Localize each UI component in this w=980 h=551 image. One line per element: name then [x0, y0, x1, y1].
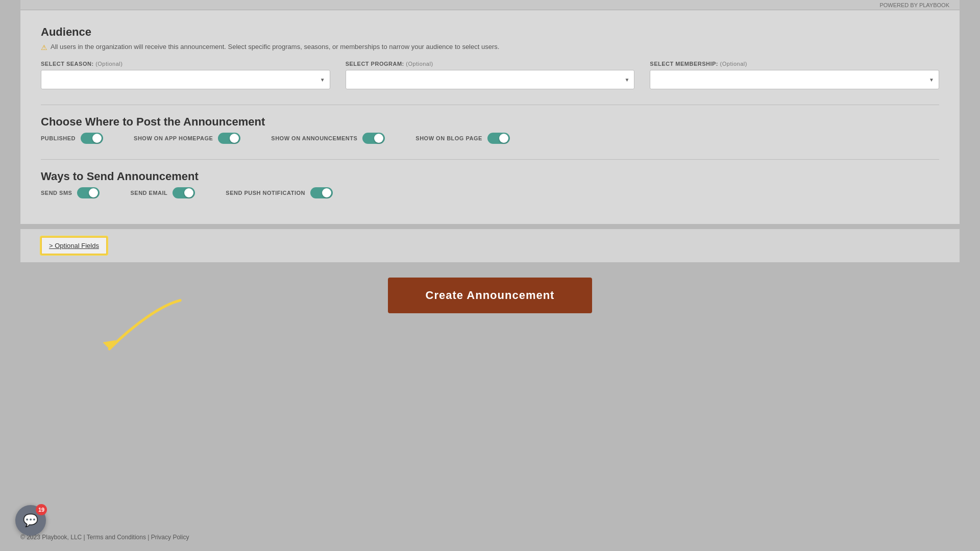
audience-section: Audience ⚠ All users in the organization… — [41, 26, 939, 89]
footer: © 2023 Playbook, LLC | Terms and Conditi… — [20, 534, 189, 541]
send-section-title: Ways to Send Announcement — [41, 170, 939, 183]
footer-privacy-link[interactable]: Privacy Policy — [151, 534, 189, 541]
membership-label: SELECT MEMBERSHIP: (Optional) — [650, 61, 939, 67]
top-bar: POWERED BY PLAYBOOK — [20, 0, 960, 10]
published-label: PUBLISHED — [41, 135, 76, 141]
season-label: SELECT SEASON: (Optional) — [41, 61, 330, 67]
chat-badge: 19 — [36, 504, 47, 515]
sms-toggle-item: SEND SMS — [41, 187, 100, 198]
chat-widget[interactable]: 💬 19 — [15, 505, 46, 536]
blog-page-label: SHOW ON BLOG PAGE — [415, 135, 482, 141]
email-toggle[interactable] — [173, 187, 195, 198]
blog-page-toggle-item: SHOW ON BLOG PAGE — [415, 133, 510, 144]
post-section: Choose Where to Post the Announcement PU… — [41, 115, 939, 144]
announcements-label: SHOW ON ANNOUNCEMENTS — [271, 135, 357, 141]
post-section-title: Choose Where to Post the Announcement — [41, 115, 939, 129]
app-homepage-label: SHOW ON APP HOMEPAGE — [134, 135, 213, 141]
create-announcement-button[interactable]: Create Announcement — [388, 278, 592, 313]
sms-toggle[interactable] — [77, 187, 100, 198]
audience-desc-text: All users in the organization will recei… — [51, 43, 499, 51]
divider-1 — [41, 105, 939, 105]
warning-icon: ⚠ — [41, 43, 47, 52]
send-toggle-row: SEND SMS SEND EMAIL SEND PUSH NOTIFICATI… — [41, 187, 939, 198]
optional-fields-button[interactable]: > Optional Fields — [41, 237, 107, 255]
season-select-wrapper — [41, 70, 330, 89]
blog-page-toggle[interactable] — [487, 133, 510, 144]
app-homepage-toggle-item: SHOW ON APP HOMEPAGE — [134, 133, 240, 144]
announcements-toggle[interactable] — [362, 133, 385, 144]
select-row: SELECT SEASON: (Optional) SELECT PROGRAM… — [41, 61, 939, 89]
footer-terms-link[interactable]: Terms and Conditions — [87, 534, 146, 541]
program-select-wrapper — [346, 70, 635, 89]
membership-select-group: SELECT MEMBERSHIP: (Optional) — [650, 61, 939, 89]
program-select[interactable] — [346, 70, 635, 89]
program-select-group: SELECT PROGRAM: (Optional) — [346, 61, 635, 89]
season-select-group: SELECT SEASON: (Optional) — [41, 61, 330, 89]
main-content: Audience ⚠ All users in the organization… — [20, 10, 960, 224]
page-container: POWERED BY PLAYBOOK Audience ⚠ All users… — [0, 0, 980, 551]
push-toggle-item: SEND PUSH NOTIFICATION — [226, 187, 333, 198]
membership-select[interactable] — [650, 70, 939, 89]
app-homepage-toggle[interactable] — [218, 133, 240, 144]
audience-description: ⚠ All users in the organization will rec… — [41, 43, 939, 52]
push-label: SEND PUSH NOTIFICATION — [226, 190, 305, 196]
create-btn-container: Create Announcement — [0, 278, 980, 313]
bottom-section: > Optional Fields — [20, 229, 960, 262]
membership-select-wrapper — [650, 70, 939, 89]
send-section: Ways to Send Announcement SEND SMS SEND … — [41, 170, 939, 198]
published-toggle[interactable] — [81, 133, 103, 144]
post-toggle-row: PUBLISHED SHOW ON APP HOMEPAGE SHOW ON A… — [41, 133, 939, 144]
powered-by-text: POWERED BY PLAYBOOK — [879, 2, 949, 8]
chat-icon: 💬 — [23, 513, 38, 528]
email-label: SEND EMAIL — [130, 190, 167, 196]
sms-label: SEND SMS — [41, 190, 72, 196]
audience-title: Audience — [41, 26, 939, 39]
email-toggle-item: SEND EMAIL — [130, 187, 195, 198]
push-toggle[interactable] — [310, 187, 333, 198]
published-toggle-item: PUBLISHED — [41, 133, 103, 144]
divider-2 — [41, 159, 939, 160]
program-label: SELECT PROGRAM: (Optional) — [346, 61, 635, 67]
season-select[interactable] — [41, 70, 330, 89]
svg-marker-0 — [103, 340, 116, 349]
announcements-toggle-item: SHOW ON ANNOUNCEMENTS — [271, 133, 385, 144]
